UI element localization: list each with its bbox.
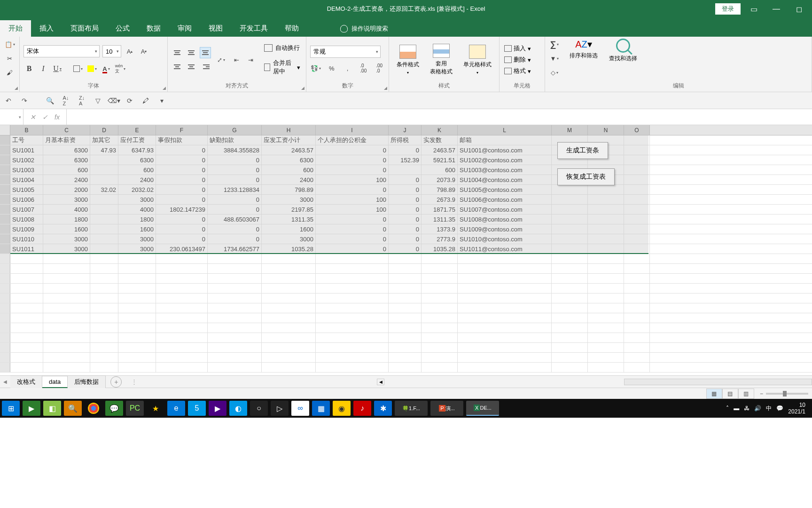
cell[interactable]: 600: [43, 165, 90, 175]
cell[interactable]: [208, 303, 262, 313]
cell[interactable]: [208, 254, 262, 263]
cell[interactable]: [208, 313, 262, 323]
font-color-button[interactable]: A▾: [101, 63, 112, 74]
cell[interactable]: [118, 343, 156, 352]
cell[interactable]: 0: [156, 224, 208, 234]
cell[interactable]: [262, 353, 316, 362]
filter-icon[interactable]: ▽: [93, 96, 102, 105]
cell[interactable]: [624, 155, 650, 165]
cell[interactable]: 6300: [43, 155, 90, 165]
cell[interactable]: [458, 323, 552, 333]
cell[interactable]: [43, 294, 90, 303]
row-header[interactable]: [0, 165, 10, 175]
new-sheet-button[interactable]: +: [110, 376, 122, 388]
fill-button[interactable]: ▼▾: [549, 53, 560, 64]
cell[interactable]: [588, 323, 624, 333]
cell[interactable]: 798.89: [422, 185, 458, 194]
cell[interactable]: [156, 284, 208, 293]
clear-button[interactable]: ◇▾: [549, 67, 560, 78]
cell[interactable]: 1035.28: [262, 244, 316, 254]
cell[interactable]: [552, 195, 588, 204]
cell[interactable]: 1311.35: [422, 214, 458, 224]
number-format-combo[interactable]: 常规▾: [310, 46, 381, 58]
cell[interactable]: 3000: [118, 244, 156, 254]
cell[interactable]: 6347.93: [118, 145, 156, 155]
task-file-1[interactable]: 🍀 1.F...: [395, 401, 428, 416]
cell[interactable]: [552, 264, 588, 273]
fx-icon[interactable]: fx: [55, 113, 60, 121]
cell[interactable]: [90, 234, 118, 244]
sort-filter-button[interactable]: AZ▾排序和筛选: [568, 39, 600, 60]
cell[interactable]: SU1004: [10, 175, 43, 184]
horizontal-scrollbar[interactable]: [624, 379, 812, 385]
tab-data[interactable]: 数据: [138, 20, 169, 37]
cell[interactable]: [208, 284, 262, 293]
cell[interactable]: [262, 323, 316, 333]
cell[interactable]: 0: [156, 234, 208, 244]
tray-clock[interactable]: 10 2021/1: [788, 402, 805, 415]
col-header-B[interactable]: B: [10, 125, 43, 135]
cell[interactable]: [624, 234, 650, 244]
cell[interactable]: [552, 205, 588, 214]
minimize-icon[interactable]: —: [767, 5, 786, 13]
cell[interactable]: [458, 294, 552, 303]
cell[interactable]: [90, 294, 118, 303]
redo-icon[interactable]: ↷: [20, 96, 29, 105]
header-cell[interactable]: 实发数: [422, 135, 458, 145]
task-app-9[interactable]: ◉: [333, 401, 351, 416]
cell[interactable]: 0: [156, 214, 208, 224]
cell[interactable]: [552, 353, 588, 362]
header-cell[interactable]: 事假扣款: [156, 135, 208, 145]
cell[interactable]: 0: [316, 244, 389, 254]
cell[interactable]: SU1008: [10, 214, 43, 224]
cell[interactable]: [588, 205, 624, 214]
col-header-I[interactable]: I: [316, 125, 389, 135]
cell[interactable]: [389, 303, 422, 313]
cell[interactable]: [624, 224, 650, 234]
cell[interactable]: 100: [316, 205, 389, 214]
cell[interactable]: [624, 175, 650, 184]
cell[interactable]: [118, 323, 156, 333]
cell[interactable]: [422, 313, 458, 323]
row-header[interactable]: [0, 343, 10, 352]
cell[interactable]: SU1003@contoso.com: [458, 165, 552, 175]
cell[interactable]: [156, 254, 208, 263]
cell[interactable]: [422, 303, 458, 313]
row-header[interactable]: [0, 205, 10, 214]
cell[interactable]: 2400: [262, 175, 316, 184]
cell[interactable]: [90, 303, 118, 313]
cell-styles-button[interactable]: 单元格样式▾: [461, 45, 494, 75]
header-cell[interactable]: 所得税: [389, 135, 422, 145]
cell[interactable]: 2073.9: [422, 175, 458, 184]
cell[interactable]: [624, 313, 650, 323]
cell[interactable]: [422, 363, 458, 372]
cell[interactable]: [316, 333, 389, 342]
cell[interactable]: SU1005: [10, 185, 43, 194]
cell[interactable]: SU1009: [10, 224, 43, 234]
italic-button[interactable]: I: [38, 63, 49, 74]
cell[interactable]: [118, 284, 156, 293]
cell[interactable]: 0: [156, 145, 208, 155]
cell[interactable]: [43, 264, 90, 273]
cell[interactable]: [262, 254, 316, 263]
cell[interactable]: 600: [118, 165, 156, 175]
cell[interactable]: [43, 353, 90, 362]
cell[interactable]: [316, 284, 389, 293]
cell[interactable]: 0: [156, 175, 208, 184]
task-app-4[interactable]: ▶: [209, 401, 226, 416]
align-launcher-icon[interactable]: ◢: [301, 86, 304, 90]
cell[interactable]: [43, 284, 90, 293]
task-wechat[interactable]: 💬: [105, 401, 123, 416]
cell[interactable]: [118, 294, 156, 303]
cell[interactable]: [262, 363, 316, 372]
cell[interactable]: [316, 274, 389, 283]
col-header-D[interactable]: D: [90, 125, 118, 135]
cell[interactable]: 0: [316, 165, 389, 175]
cell[interactable]: [90, 274, 118, 283]
cell[interactable]: [624, 205, 650, 214]
cell[interactable]: SU1010@contoso.com: [458, 234, 552, 244]
bold-button[interactable]: B: [23, 63, 35, 74]
cell[interactable]: [316, 294, 389, 303]
cell[interactable]: [422, 274, 458, 283]
tab-view[interactable]: 视图: [200, 20, 231, 37]
